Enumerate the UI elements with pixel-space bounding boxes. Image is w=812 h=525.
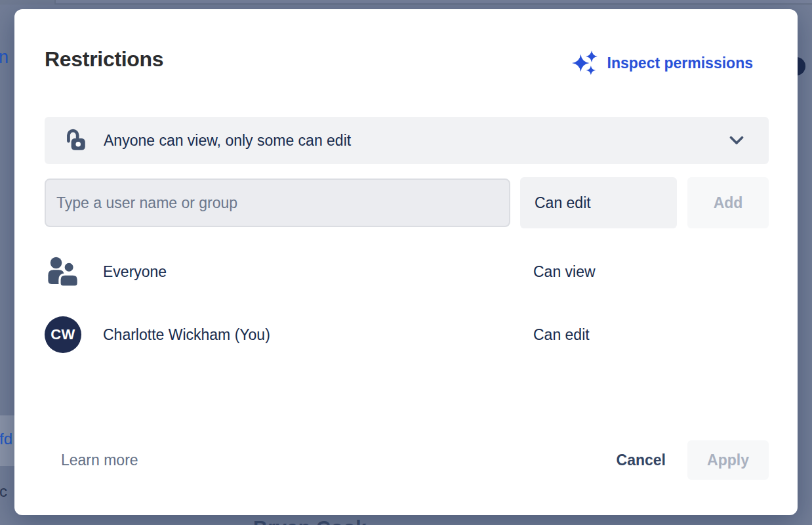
member-icon-cell (45, 255, 97, 288)
background-text-fragment: c (0, 482, 7, 501)
user-search-input[interactable] (45, 178, 510, 227)
avatar: CW (45, 316, 81, 353)
list-item: CW Charlotte Wickham (You) Can edit (45, 315, 769, 354)
member-icon-cell: CW (45, 316, 97, 353)
member-name: Charlotte Wickham (You) (103, 326, 270, 344)
member-name: Everyone (103, 263, 167, 281)
restriction-mode-value: Anyone can view, only some can edit (104, 132, 729, 150)
member-permission: Can view (533, 263, 596, 281)
learn-more-link[interactable]: Learn more (61, 452, 138, 469)
dialog-title: Restrictions (45, 47, 163, 72)
dialog-footer: Learn more Cancel Apply (45, 440, 769, 480)
background-top-bar (0, 0, 812, 5)
restrictions-dialog: Restrictions Inspect permissions Anyone … (14, 9, 798, 515)
inspect-permissions-link[interactable]: Inspect permissions (572, 49, 753, 77)
restriction-mode-select[interactable]: Anyone can view, only some can edit (45, 117, 769, 164)
member-permission: Can edit (533, 326, 590, 344)
unlock-icon (63, 128, 88, 153)
background-link-fragment: fd (0, 430, 12, 448)
permission-select[interactable]: Can edit (520, 177, 677, 228)
cancel-button[interactable]: Cancel (617, 452, 666, 469)
apply-button[interactable]: Apply (687, 440, 769, 480)
footer-actions: Cancel Apply (617, 440, 769, 480)
list-item: Everyone Can view (45, 252, 769, 291)
background-text-fragment: n (0, 47, 9, 68)
chevron-down-icon (729, 136, 744, 145)
people-icon (45, 255, 80, 288)
background-page-author: Bryan Cook (253, 516, 367, 525)
inspect-permissions-label: Inspect permissions (607, 54, 753, 72)
add-button[interactable]: Add (687, 177, 769, 228)
background-top-bar-segment (0, 0, 56, 5)
sparkle-icon (572, 50, 598, 76)
